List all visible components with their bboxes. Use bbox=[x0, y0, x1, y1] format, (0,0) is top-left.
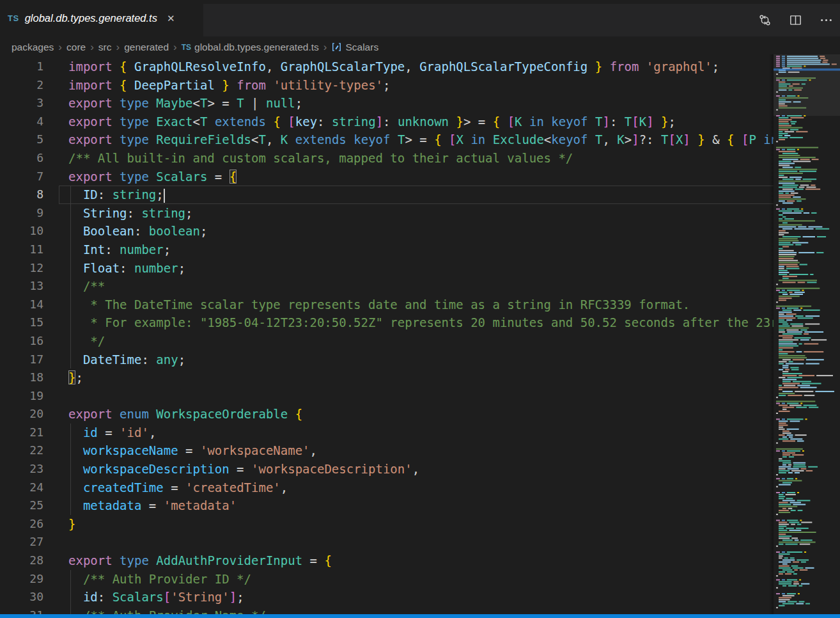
code-token: ] bbox=[632, 132, 639, 147]
code-token: , bbox=[266, 132, 281, 147]
code-token: } bbox=[595, 59, 602, 74]
breadcrumb-item-global-db-types-generated-ts[interactable]: TSglobal.db.types.generated.ts bbox=[182, 42, 319, 53]
code-line-8[interactable]: 8 ID: string; bbox=[0, 186, 774, 204]
code-token: ; bbox=[237, 590, 244, 604]
code-token: { bbox=[493, 115, 500, 129]
code-token bbox=[587, 59, 595, 74]
code-editor[interactable]: 1import { GraphQLResolveInfo, GraphQLSca… bbox=[0, 58, 774, 614]
code-token: workspaceDescription bbox=[83, 462, 229, 476]
code-text: Int: number; bbox=[68, 241, 171, 259]
breadcrumb-label: src bbox=[98, 42, 112, 53]
breadcrumb-item-generated[interactable]: generated bbox=[124, 42, 169, 53]
text-cursor bbox=[164, 189, 165, 203]
code-token: in bbox=[471, 132, 485, 147]
code-line-21[interactable]: 21 id = 'id', bbox=[0, 424, 774, 442]
code-line-2[interactable]: 2import { DeepPartial } from 'utility-ty… bbox=[0, 76, 774, 95]
code-token: id bbox=[83, 590, 98, 604]
code-line-28[interactable]: 28export type AddAuthProviderInput = { bbox=[0, 551, 774, 570]
code-token: ; bbox=[383, 78, 390, 92]
code-line-20[interactable]: 20export enum WorkspaceOrderable { bbox=[0, 405, 774, 424]
code-token: K bbox=[515, 115, 522, 129]
code-line-7[interactable]: 7export type Scalars = { bbox=[0, 168, 774, 186]
code-token: T bbox=[625, 115, 632, 129]
code-line-11[interactable]: 11 Int: number; bbox=[0, 241, 774, 259]
code-token bbox=[113, 132, 120, 147]
more-actions-icon[interactable] bbox=[818, 13, 834, 28]
minimap-canvas[interactable] bbox=[774, 54, 840, 614]
tab-global-db-types-generated[interactable]: TS global.db.types.generated.ts ✕ bbox=[0, 0, 203, 36]
code-token: : bbox=[98, 187, 113, 202]
close-icon[interactable]: ✕ bbox=[167, 13, 175, 24]
code-line-23[interactable]: 23 workspaceDescription = 'workspaceDesc… bbox=[0, 460, 774, 479]
code-token bbox=[68, 498, 83, 512]
code-line-30[interactable]: 30 id: Scalars['String']; bbox=[0, 588, 774, 606]
code-line-22[interactable]: 22 workspaceName = 'workspaceName', bbox=[0, 441, 774, 460]
code-token: { bbox=[295, 407, 302, 421]
code-token: ; bbox=[178, 353, 185, 367]
typescript-file-icon: TS bbox=[8, 13, 19, 23]
code-line-1[interactable]: 1import { GraphQLResolveInfo, GraphQLSca… bbox=[0, 58, 774, 76]
code-token: type bbox=[120, 96, 149, 110]
code-line-31[interactable]: 31 /** Auth Provider Name */ bbox=[0, 606, 774, 614]
code-line-26[interactable]: 26} bbox=[0, 515, 774, 534]
minimap-shadow bbox=[769, 54, 774, 614]
code-text: id: Scalars['String']; bbox=[68, 588, 244, 606]
code-token bbox=[113, 115, 120, 129]
code-text: export type RequireFields<T, K extends k… bbox=[68, 131, 774, 149]
code-token: unknown bbox=[398, 115, 449, 129]
code-line-17[interactable]: 17 DateTime: any; bbox=[0, 351, 774, 369]
breadcrumb-item-core[interactable]: core bbox=[66, 42, 86, 53]
code-token bbox=[288, 132, 295, 147]
code-line-24[interactable]: 24 createdTime = 'createdTime', bbox=[0, 479, 774, 497]
code-token: AddAuthProviderInput bbox=[156, 553, 302, 567]
code-token: DateTime bbox=[83, 353, 142, 367]
code-line-6[interactable]: 6/** All built-in and custom scalars, ma… bbox=[0, 149, 774, 168]
code-line-4[interactable]: 4export type Exact<T extends { [key: str… bbox=[0, 113, 774, 131]
code-token: ] bbox=[683, 132, 690, 147]
code-line-10[interactable]: 10 Boolean: boolean; bbox=[0, 222, 774, 241]
code-line-13[interactable]: 13 /** bbox=[0, 277, 774, 296]
code-line-19[interactable]: 19 bbox=[0, 387, 774, 406]
code-line-3[interactable]: 3export type Maybe<T> = T | null; bbox=[0, 94, 774, 113]
split-editor-icon[interactable] bbox=[788, 13, 803, 28]
code-text: export type Exact<T extends { [key: stri… bbox=[68, 113, 676, 131]
breadcrumb-item-src[interactable]: src bbox=[98, 42, 112, 53]
code-token: null bbox=[266, 96, 295, 110]
code-line-14[interactable]: 14 * The DateTime scalar type represents… bbox=[0, 296, 774, 314]
code-token: > bbox=[625, 132, 632, 147]
code-line-18[interactable]: 18}; bbox=[0, 368, 774, 387]
minimap[interactable] bbox=[774, 54, 840, 614]
code-token: < bbox=[193, 115, 200, 129]
symbol-type-icon bbox=[331, 42, 342, 52]
code-token: string bbox=[113, 187, 157, 202]
code-line-27[interactable]: 27 bbox=[0, 533, 774, 551]
code-token bbox=[113, 78, 120, 92]
code-line-29[interactable]: 29 /** Auth Provider ID */ bbox=[0, 570, 774, 589]
code-line-16[interactable]: 16 */ bbox=[0, 332, 774, 351]
code-token: , bbox=[310, 443, 317, 457]
code-token: [ bbox=[668, 132, 675, 147]
code-token: ] bbox=[602, 115, 609, 129]
code-token: : bbox=[120, 261, 134, 275]
code-token: /** Auth Provider Name */ bbox=[68, 608, 266, 614]
code-token: : bbox=[317, 115, 332, 129]
line-number: 24 bbox=[0, 479, 43, 497]
code-token: < bbox=[193, 96, 200, 110]
code-token: String bbox=[83, 206, 127, 220]
breadcrumb: packages›core›src›generated›TSglobal.db.… bbox=[0, 36, 840, 58]
open-changes-icon[interactable] bbox=[757, 13, 772, 28]
code-line-9[interactable]: 9 String: string; bbox=[0, 204, 774, 223]
code-token: Scalars bbox=[156, 170, 207, 184]
code-line-25[interactable]: 25 metadata = 'metadata' bbox=[0, 496, 774, 515]
line-number: 28 bbox=[0, 551, 43, 570]
code-text: workspaceName = 'workspaceName', bbox=[68, 441, 317, 460]
code-line-5[interactable]: 5export type RequireFields<T, K extends … bbox=[0, 131, 774, 149]
code-token: 'workspaceDescription' bbox=[251, 462, 412, 476]
code-token: 'String' bbox=[171, 590, 229, 604]
code-line-12[interactable]: 12 Float: number; bbox=[0, 259, 774, 278]
breadcrumb-item-packages[interactable]: packages bbox=[12, 42, 54, 53]
line-number: 6 bbox=[0, 149, 43, 168]
code-token: ; bbox=[164, 242, 171, 257]
breadcrumb-item-scalars[interactable]: Scalars bbox=[331, 42, 378, 53]
code-line-15[interactable]: 15 * For example: "1985-04-12T23:20:50.5… bbox=[0, 313, 774, 332]
